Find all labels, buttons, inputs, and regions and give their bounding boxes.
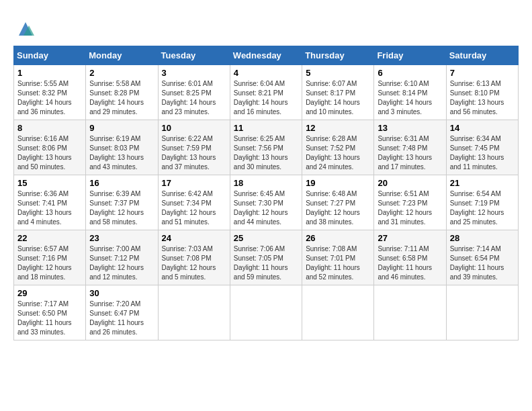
day-number: 24 (162, 233, 226, 243)
week-row-5: 29Sunrise: 7:17 AM Sunset: 6:50 PM Dayli… (14, 285, 519, 340)
day-cell-18: 18Sunrise: 6:45 AM Sunset: 7:30 PM Dayli… (230, 175, 302, 230)
day-cell-30: 30Sunrise: 7:20 AM Sunset: 6:47 PM Dayli… (86, 285, 158, 340)
day-cell-28: 28Sunrise: 7:14 AM Sunset: 6:54 PM Dayli… (446, 230, 518, 285)
day-cell-8: 8Sunrise: 6:16 AM Sunset: 8:06 PM Daylig… (14, 120, 86, 175)
day-cell-24: 24Sunrise: 7:03 AM Sunset: 7:08 PM Dayli… (158, 230, 230, 285)
day-content: Sunrise: 6:36 AM Sunset: 7:41 PM Dayligh… (17, 189, 82, 227)
day-content: Sunrise: 6:16 AM Sunset: 8:06 PM Dayligh… (17, 134, 82, 172)
day-number: 1 (17, 68, 82, 78)
calendar-body: 1Sunrise: 5:55 AM Sunset: 8:32 PM Daylig… (14, 65, 519, 340)
day-content: Sunrise: 7:00 AM Sunset: 7:12 PM Dayligh… (89, 244, 154, 282)
header-day-sunday: Sunday (14, 46, 86, 65)
day-number: 8 (17, 123, 82, 133)
day-number: 7 (450, 68, 515, 78)
day-cell-22: 22Sunrise: 6:57 AM Sunset: 7:16 PM Dayli… (14, 230, 86, 285)
day-content: Sunrise: 6:54 AM Sunset: 7:19 PM Dayligh… (450, 189, 515, 227)
day-cell-7: 7Sunrise: 6:13 AM Sunset: 8:10 PM Daylig… (446, 65, 518, 120)
empty-cell (230, 285, 302, 340)
day-cell-12: 12Sunrise: 6:28 AM Sunset: 7:52 PM Dayli… (302, 120, 374, 175)
day-cell-4: 4Sunrise: 6:04 AM Sunset: 8:21 PM Daylig… (230, 65, 302, 120)
day-content: Sunrise: 6:42 AM Sunset: 7:34 PM Dayligh… (162, 189, 226, 227)
day-content: Sunrise: 6:57 AM Sunset: 7:16 PM Dayligh… (17, 244, 82, 282)
header-day-thursday: Thursday (302, 46, 374, 65)
day-content: Sunrise: 6:34 AM Sunset: 7:45 PM Dayligh… (450, 134, 515, 172)
day-content: Sunrise: 6:28 AM Sunset: 7:52 PM Dayligh… (306, 134, 370, 172)
day-cell-2: 2Sunrise: 5:58 AM Sunset: 8:28 PM Daylig… (86, 65, 158, 120)
day-number: 18 (234, 178, 298, 188)
day-content: Sunrise: 6:10 AM Sunset: 8:14 PM Dayligh… (378, 79, 442, 117)
day-cell-20: 20Sunrise: 6:51 AM Sunset: 7:23 PM Dayli… (374, 175, 446, 230)
day-number: 20 (378, 178, 442, 188)
day-content: Sunrise: 7:14 AM Sunset: 6:54 PM Dayligh… (450, 244, 515, 282)
day-cell-26: 26Sunrise: 7:08 AM Sunset: 7:01 PM Dayli… (302, 230, 374, 285)
day-content: Sunrise: 6:04 AM Sunset: 8:21 PM Dayligh… (234, 79, 298, 117)
week-row-3: 15Sunrise: 6:36 AM Sunset: 7:41 PM Dayli… (14, 175, 519, 230)
logo (13, 19, 36, 39)
day-content: Sunrise: 7:08 AM Sunset: 7:01 PM Dayligh… (306, 244, 370, 282)
day-number: 30 (89, 288, 154, 298)
day-number: 2 (89, 68, 154, 78)
calendar-header: SundayMondayTuesdayWednesdayThursdayFrid… (14, 46, 519, 65)
header-day-tuesday: Tuesday (158, 46, 230, 65)
empty-cell (158, 285, 230, 340)
day-cell-10: 10Sunrise: 6:22 AM Sunset: 7:59 PM Dayli… (158, 120, 230, 175)
day-number: 16 (89, 178, 154, 188)
day-number: 28 (450, 233, 515, 243)
day-cell-19: 19Sunrise: 6:48 AM Sunset: 7:27 PM Dayli… (302, 175, 374, 230)
header-day-wednesday: Wednesday (230, 46, 302, 65)
day-number: 13 (378, 123, 442, 133)
day-cell-27: 27Sunrise: 7:11 AM Sunset: 6:58 PM Dayli… (374, 230, 446, 285)
header-day-monday: Monday (86, 46, 158, 65)
header-day-saturday: Saturday (446, 46, 518, 65)
day-number: 12 (306, 123, 370, 133)
day-content: Sunrise: 6:48 AM Sunset: 7:27 PM Dayligh… (306, 189, 370, 227)
calendar-table: SundayMondayTuesdayWednesdayThursdayFrid… (13, 46, 519, 340)
day-content: Sunrise: 6:01 AM Sunset: 8:25 PM Dayligh… (162, 79, 226, 117)
page-header (13, 13, 519, 39)
day-content: Sunrise: 6:22 AM Sunset: 7:59 PM Dayligh… (162, 134, 226, 172)
day-cell-23: 23Sunrise: 7:00 AM Sunset: 7:12 PM Dayli… (86, 230, 158, 285)
day-number: 9 (89, 123, 154, 133)
day-content: Sunrise: 6:51 AM Sunset: 7:23 PM Dayligh… (378, 189, 442, 227)
logo-icon (15, 19, 36, 39)
day-cell-6: 6Sunrise: 6:10 AM Sunset: 8:14 PM Daylig… (374, 65, 446, 120)
day-number: 3 (162, 68, 226, 78)
day-cell-13: 13Sunrise: 6:31 AM Sunset: 7:48 PM Dayli… (374, 120, 446, 175)
day-number: 14 (450, 123, 515, 133)
day-content: Sunrise: 6:39 AM Sunset: 7:37 PM Dayligh… (89, 189, 154, 227)
day-content: Sunrise: 7:11 AM Sunset: 6:58 PM Dayligh… (378, 244, 442, 282)
day-cell-14: 14Sunrise: 6:34 AM Sunset: 7:45 PM Dayli… (446, 120, 518, 175)
day-number: 26 (306, 233, 370, 243)
empty-cell (374, 285, 446, 340)
day-cell-15: 15Sunrise: 6:36 AM Sunset: 7:41 PM Dayli… (14, 175, 86, 230)
day-number: 4 (234, 68, 298, 78)
day-number: 21 (450, 178, 515, 188)
header-day-friday: Friday (374, 46, 446, 65)
day-cell-9: 9Sunrise: 6:19 AM Sunset: 8:03 PM Daylig… (86, 120, 158, 175)
day-content: Sunrise: 7:20 AM Sunset: 6:47 PM Dayligh… (89, 300, 154, 337)
week-row-2: 8Sunrise: 6:16 AM Sunset: 8:06 PM Daylig… (14, 120, 519, 175)
day-content: Sunrise: 6:19 AM Sunset: 8:03 PM Dayligh… (89, 134, 154, 172)
empty-cell (302, 285, 374, 340)
header-row: SundayMondayTuesdayWednesdayThursdayFrid… (14, 46, 519, 65)
day-cell-17: 17Sunrise: 6:42 AM Sunset: 7:34 PM Dayli… (158, 175, 230, 230)
day-number: 25 (234, 233, 298, 243)
day-number: 6 (378, 68, 442, 78)
day-content: Sunrise: 6:31 AM Sunset: 7:48 PM Dayligh… (378, 134, 442, 172)
day-number: 11 (234, 123, 298, 133)
day-number: 15 (17, 178, 82, 188)
day-cell-5: 5Sunrise: 6:07 AM Sunset: 8:17 PM Daylig… (302, 65, 374, 120)
day-content: Sunrise: 6:45 AM Sunset: 7:30 PM Dayligh… (234, 189, 298, 227)
day-number: 29 (17, 288, 82, 298)
day-cell-3: 3Sunrise: 6:01 AM Sunset: 8:25 PM Daylig… (158, 65, 230, 120)
day-number: 10 (162, 123, 226, 133)
day-cell-1: 1Sunrise: 5:55 AM Sunset: 8:32 PM Daylig… (14, 65, 86, 120)
day-number: 22 (17, 233, 82, 243)
week-row-1: 1Sunrise: 5:55 AM Sunset: 8:32 PM Daylig… (14, 65, 519, 120)
week-row-4: 22Sunrise: 6:57 AM Sunset: 7:16 PM Dayli… (14, 230, 519, 285)
day-content: Sunrise: 7:03 AM Sunset: 7:08 PM Dayligh… (162, 244, 226, 282)
day-number: 23 (89, 233, 154, 243)
day-number: 17 (162, 178, 226, 188)
day-content: Sunrise: 5:55 AM Sunset: 8:32 PM Dayligh… (17, 79, 82, 117)
day-content: Sunrise: 6:13 AM Sunset: 8:10 PM Dayligh… (450, 79, 515, 117)
